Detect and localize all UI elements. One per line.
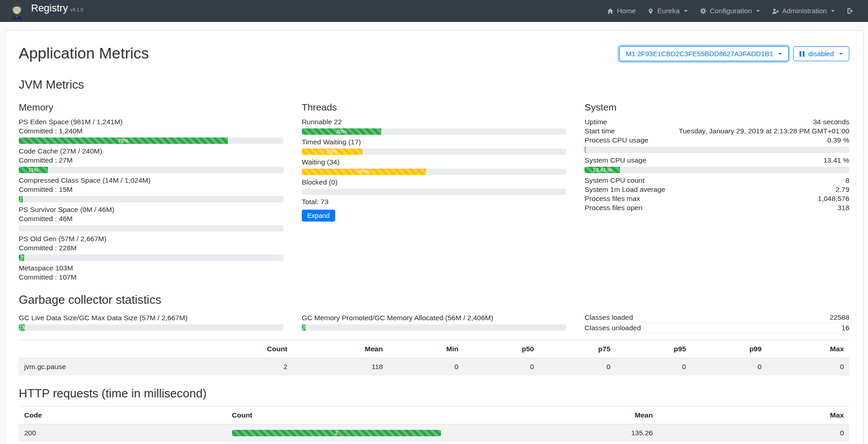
chevron-down-icon [684,10,688,12]
refresh-toggle-dropdown[interactable]: disabled [793,46,849,61]
memory-metric: Code Cache (27M / 240M)Committed : 27M11… [19,147,284,173]
system-row: Process CPU usage0.39 % [584,136,849,145]
gc-pause-table: CountMeanMinp50p75p95p99Maxjvm.gc.pause2… [19,340,849,375]
table-cell: 0 [388,358,464,376]
system-row-value: 2.79 [836,185,849,194]
chevron-down-icon [831,10,835,12]
memory-metric: PS Eden Space (981M / 1,241M)Committed :… [19,117,284,144]
map-marker-icon [647,8,654,15]
table-cell: 2 [226,424,447,442]
memory-metric: PS Old Gen (57M / 2,667M)Committed : 228… [19,234,284,261]
thread-metric-label: Timed Waiting (17) [302,137,567,147]
expand-button[interactable]: Expand [302,210,335,222]
system-row-label: Process files open [584,203,642,212]
nav-item-eureka[interactable]: Eureka [642,7,693,15]
table-cell: 200 [19,424,226,442]
column-header: Mean [447,407,658,424]
progress-bar [19,225,284,232]
nav-item-configuration[interactable]: Configuration [694,7,766,15]
table-header-row: CountMeanMinp50p75p95p99Max [19,340,849,358]
instance-selector-label: M1:2F93E1CBD2C3FE55BDD8627A3FADD1B1 [626,50,773,58]
memory-metric-committed: Committed : 1,240M [19,127,284,136]
system-row-label: Process files max [584,194,640,203]
http-requests-table: CodeCountMeanMax2002135.260 [19,406,849,442]
gc-bar-label: GC Live Data Size/GC Max Data Size (57M … [19,313,284,322]
gc-classes-label: Classes unloaded [584,323,641,333]
table-header-row: CodeCountMeanMax [19,407,849,424]
navbar: Registry v4.1.0 Home Eureka [0,0,868,22]
brand-title: Registry [31,2,68,14]
system-row-label: Uptime [584,117,607,127]
system-row: Process files open318 [584,203,849,212]
jvm-columns: Memory PS Eden Space (981M / 1,241M)Comm… [19,97,849,282]
home-icon [607,8,614,15]
progress-bar: 2 [19,254,284,261]
sign-out-icon [847,7,854,15]
system-row-value: 8 [845,176,849,185]
gc-heading: Garbage collector statistics [19,293,849,307]
progress-bar-fill: 13.41 % [584,167,620,173]
progress-bar: 11% [19,167,284,173]
progress-bar-fill: 2 [232,430,441,436]
system-heading: System [584,102,849,113]
column-header: Count [226,407,447,424]
system-row-value: 13.41 % [823,156,849,165]
nav-item-administration[interactable]: Administration [766,7,841,15]
user-plus-icon [772,8,779,15]
column-header: Max [658,407,849,424]
column-header: Mean [293,340,388,358]
memory-metric-label: Compressed Class Space (14M / 1,024M) [19,176,284,185]
memory-metric-label: Metaspace 103M [19,264,284,273]
memory-heading: Memory [19,102,284,113]
thread-metric: Runnable 2230% [302,117,567,135]
system-row-label: System 1m Load average [584,185,665,194]
threads-column: Threads Runnable 2230%Timed Waiting (17)… [302,97,567,282]
progress-bar-fill: 23% [302,148,363,155]
gc-classes-row: Classes unloaded16 [584,323,849,333]
memory-metric-committed: Committed : 107M [19,273,284,282]
thread-metric: Blocked (0) [302,178,567,195]
table-cell: 0 [616,358,692,376]
gc-classes-value: 22588 [830,313,849,322]
table-cell: jvm.gc.pause [19,358,201,376]
thread-metric: Waiting (34)47% [302,158,567,175]
system-row-value: 318 [837,203,849,212]
memory-metric-committed: Committed : 228M [19,243,284,253]
system-row: Uptime34 seconds [584,117,849,127]
progress-bar: 30% [302,128,567,135]
table-row: jvm.gc.pause2118000000 [19,358,849,376]
table-row: 2002135.260 [19,424,849,442]
system-row: Process files max1,048,576 [584,194,849,203]
system-row-label: Process CPU usage [584,136,648,145]
thread-metric: Timed Waiting (17)23% [302,137,567,155]
nav-item-label: Home [617,7,636,15]
table-cell: 0 [658,424,849,442]
brand[interactable]: Registry v4.1.0 [8,2,83,20]
memory-metric: Metaspace 103MCommitted : 107M [19,264,284,282]
system-column: System Uptime34 secondsStart timeTuesday… [584,97,849,282]
gc-classes-label: Classes loaded [584,313,633,322]
column-header: Min [388,340,464,358]
progress-bar: 1 [19,196,284,202]
thread-metric-label: Runnable 22 [302,117,567,127]
progress-bar: 13 [19,324,284,331]
column-header: p95 [616,340,692,358]
gc-classes-row: Classes loaded22588 [584,312,849,323]
instance-selector-dropdown[interactable]: M1:2F93E1CBD2C3FE55BDD8627A3FADD1B1 [619,46,789,61]
table-cell: 135.26 [447,424,658,442]
jvm-metrics-heading: JVM Metrics [19,78,849,92]
gc-classes-column: Classes loaded22588Classes unloaded16 [584,312,849,333]
thread-metric-label: Blocked (0) [302,178,567,187]
column-header: Code [19,407,226,424]
nav-item-home[interactable]: Home [601,7,642,15]
memory-metric: Compressed Class Space (14M / 1,024M)Com… [19,176,284,202]
signout-button[interactable] [841,7,860,15]
chevron-down-icon [779,53,782,55]
nav-item-label: Configuration [710,7,752,15]
toolbar: M1:2F93E1CBD2C3FE55BDD8627A3FADD1B1 disa… [619,46,849,61]
content-card: Application Metrics M1:2F93E1CBD2C3FE55B… [5,30,863,444]
progress-bar: 13.41 % [584,167,849,173]
gear-icon [700,7,707,15]
system-row-value: 34 seconds [813,117,849,127]
system-row: Start timeTuesday, January 29, 2019 at 2… [584,127,849,136]
